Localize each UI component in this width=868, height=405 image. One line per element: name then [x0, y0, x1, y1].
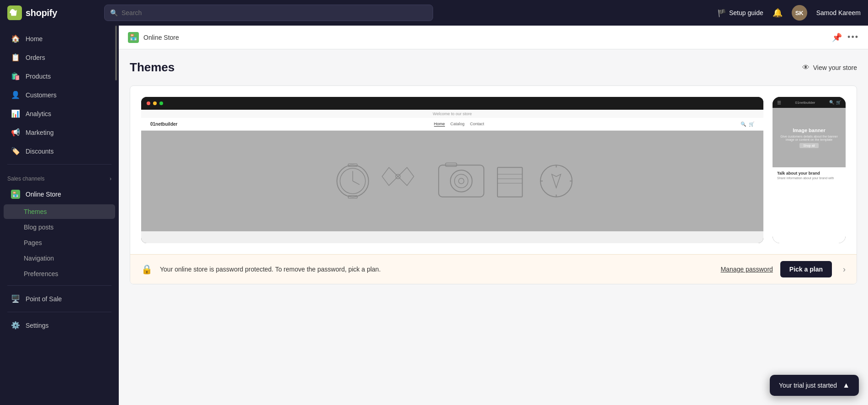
sidebar: 🏠 Home 📋 Orders 🛍️ Products 👤 Customers … [0, 26, 119, 405]
main-layout: 🏠 Home 📋 Orders 🛍️ Products 👤 Customers … [0, 26, 868, 405]
desktop-nav-links: Home Catalog Contact [434, 122, 484, 127]
sidebar-item-marketing[interactable]: 📢 Marketing [4, 123, 115, 141]
mobile-top-bar: ☰ 01netbuilder 🔍 🛒 [773, 97, 846, 108]
sidebar-sub-item-pages[interactable]: Pages [4, 235, 115, 250]
content-area: 🏪 Online Store 📌 ••• Themes 👁 View your … [119, 26, 868, 405]
sidebar-pos-label: Point of Sale [26, 295, 62, 303]
trial-toast-label: Your trial just started [779, 382, 837, 389]
products-icon: 🛍️ [11, 72, 20, 80]
svg-rect-13 [445, 163, 457, 166]
sidebar-pages-label: Pages [24, 239, 42, 246]
password-banner: 🔒 Your online store is password protecte… [130, 254, 857, 284]
sidebar-settings-label: Settings [26, 322, 49, 329]
top-navigation: S shopify 🔍 🏴 Setup guide 🔔 SK Samod Kar… [0, 0, 868, 26]
settings-icon: ⚙️ [11, 321, 20, 330]
search-bar[interactable]: 🔍 [104, 5, 433, 21]
theme-preview-card: Welcome to our store 01netbuilder Home C… [130, 85, 857, 284]
sidebar-item-customers[interactable]: 👤 Customers [4, 86, 115, 104]
chevron-right-icon: › [110, 176, 111, 182]
sidebar-item-discounts-label: Discounts [26, 148, 53, 155]
password-banner-text: Your online store is password protected.… [160, 266, 713, 273]
desktop-screen: Welcome to our store 01netbuilder Home C… [141, 110, 763, 243]
page-content: Themes 👁 View your store [119, 49, 868, 405]
desktop-top-bar [141, 97, 763, 110]
analytics-icon: 📊 [11, 109, 20, 118]
home-icon: 🏠 [11, 34, 20, 43]
sidebar-divider-3 [7, 312, 111, 312]
user-name: Samod Kareem [816, 9, 861, 16]
page-title-row: Themes 👁 View your store [130, 60, 857, 75]
desktop-nav-contact: Contact [470, 122, 484, 127]
sidebar-item-discounts[interactable]: 🏷️ Discounts [4, 142, 115, 160]
pos-icon: 🖥️ [11, 294, 20, 303]
page-title: Themes [130, 60, 175, 75]
svg-text:S: S [13, 11, 16, 16]
more-options-icon[interactable]: ••• [847, 32, 859, 42]
sidebar-themes-label: Themes [24, 208, 47, 215]
desktop-nav: 01netbuilder Home Catalog Contact 🔍 🛒 [141, 118, 763, 131]
mobile-banner-subtitle: Give customers details about the banner … [773, 135, 846, 141]
avatar[interactable]: SK [792, 5, 807, 21]
sidebar-sub-item-navigation[interactable]: Navigation [4, 251, 115, 266]
mobile-screen: Image banner Give customers details abou… [773, 108, 846, 243]
lock-icon: 🔒 [141, 264, 153, 275]
mobile-icons: 🔍 🛒 [829, 100, 841, 105]
sidebar-divider-2 [7, 285, 111, 286]
sidebar-item-products[interactable]: 🛍️ Products [4, 67, 115, 85]
manage-password-link[interactable]: Manage password [720, 266, 773, 273]
desktop-logo: 01netbuilder [150, 122, 177, 127]
marketing-icon: 📢 [11, 128, 20, 137]
search-input[interactable] [122, 9, 427, 16]
svg-point-11 [455, 174, 468, 188]
pin-icon[interactable]: 📌 [832, 32, 842, 43]
pick-plan-button[interactable]: Pick a plan [780, 261, 832, 277]
sidebar-item-home-label: Home [26, 35, 42, 43]
close-dot [147, 101, 150, 105]
mobile-talk-section: Talk about your brand Share information … [773, 167, 846, 183]
sidebar-navigation-label: Navigation [24, 255, 54, 262]
mobile-talk-text: Share information about your brand with [777, 176, 841, 180]
sidebar-sub-item-themes[interactable]: Themes [4, 204, 115, 219]
svg-point-10 [450, 170, 472, 192]
sidebar-sub-item-preferences[interactable]: Preferences [4, 266, 115, 281]
sidebar-item-settings[interactable]: ⚙️ Settings [4, 316, 115, 334]
trial-toast[interactable]: Your trial just started ▲ [770, 375, 859, 396]
nav-right: 🏴 Setup guide 🔔 SK Samod Kareem [717, 5, 861, 21]
sidebar-item-home[interactable]: 🏠 Home [4, 30, 115, 48]
mobile-banner-title: Image banner [793, 128, 826, 133]
banner-dismiss-icon[interactable]: › [843, 265, 846, 274]
mobile-cart-icon: 🛒 [836, 100, 841, 105]
sidebar-preferences-label: Preferences [24, 270, 58, 277]
mobile-shop-btn: Shop all [799, 143, 818, 148]
sidebar-item-analytics[interactable]: 📊 Analytics [4, 105, 115, 123]
svg-point-18 [540, 165, 572, 197]
sidebar-item-orders-label: Orders [26, 54, 45, 61]
sidebar-item-point-of-sale[interactable]: 🖥️ Point of Sale [4, 290, 115, 308]
sidebar-item-customers-label: Customers [26, 91, 57, 99]
sidebar-item-analytics-label: Analytics [26, 110, 51, 117]
sidebar-sub-item-blog-posts[interactable]: Blog posts [4, 220, 115, 234]
logo-text: shopify [26, 8, 57, 18]
svg-line-5 [353, 181, 360, 185]
sidebar-item-online-store[interactable]: 🏪 Online Store [4, 185, 115, 203]
logo-area: S shopify [7, 5, 99, 20]
setup-guide-button[interactable]: 🏴 Setup guide [717, 9, 763, 17]
mobile-talk-title: Talk about your brand [777, 171, 841, 176]
sales-channels-label: Sales channels [7, 176, 44, 182]
notification-bell-icon[interactable]: 🔔 [773, 8, 783, 18]
sidebar-item-orders[interactable]: 📋 Orders [4, 48, 115, 66]
mobile-image-banner: Image banner Give customers details abou… [773, 108, 846, 167]
mobile-logo: 01netbuilder [795, 101, 815, 105]
flag-icon: 🏴 [717, 9, 726, 17]
search-small-icon: 🔍 [741, 122, 746, 127]
customers-icon: 👤 [11, 91, 20, 99]
sidebar-blog-posts-label: Blog posts [24, 224, 53, 231]
scroll-indicator [115, 26, 117, 80]
minimize-dot [153, 101, 157, 105]
discounts-icon: 🏷️ [11, 147, 20, 155]
trial-toast-arrow-icon: ▲ [842, 381, 850, 389]
online-store-icon: 🏪 [11, 190, 20, 199]
view-store-button[interactable]: 👁 View your store [802, 64, 857, 72]
search-icon: 🔍 [110, 9, 118, 16]
mobile-search-icon: 🔍 [829, 100, 834, 105]
